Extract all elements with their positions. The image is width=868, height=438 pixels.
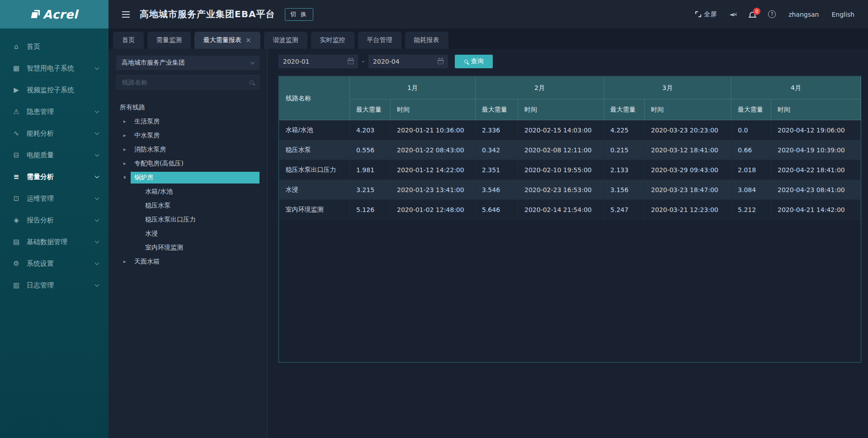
time-header-1: 时间 [518, 99, 604, 120]
sidebar-item-label: 报告分析 [27, 216, 95, 225]
chevron-down-icon [95, 174, 99, 178]
tree-node-0[interactable]: 所有线路 [116, 100, 259, 114]
sidebar-item-11[interactable]: ▥日志管理 [0, 274, 108, 296]
arrow-collapsed-icon[interactable]: ▸ [123, 118, 131, 124]
query-button-label: 查询 [471, 57, 484, 66]
chevron-down-icon [95, 108, 99, 113]
tree-node-label: 水箱/水池 [142, 186, 176, 198]
header-main: 高地城市服务产业集团EBA平台 切 换 全屏 ◄× 0 ? zhangsan E… [108, 0, 868, 28]
tree-node-2[interactable]: ▸中水泵房 [116, 128, 259, 142]
time-header-3: 时间 [771, 99, 861, 120]
video-monitor-icon: ▶ [12, 86, 21, 94]
sidebar: ⌂首页▦智慧用电子系统▶视频监控子系统⚠隐患管理∿能耗分析⊟电能质量≡需量分析⊡… [0, 28, 108, 438]
header-right: 全屏 ◄× 0 ? zhangsan English [695, 10, 854, 19]
sidebar-item-6[interactable]: ≡需量分析 [0, 166, 108, 188]
demand-analysis-icon: ≡ [12, 173, 21, 181]
table-header-row-months: 线路名称1月2月3月4月 [279, 77, 861, 99]
menu-collapse-icon[interactable] [122, 14, 130, 15]
end-month-picker[interactable]: 2020-04 [368, 55, 448, 68]
tab-2[interactable]: 最大需量报表× [194, 32, 260, 49]
sidebar-item-8[interactable]: ◈报告分析 [0, 209, 108, 231]
max-demand-cell-m2: 5.646 [476, 200, 518, 220]
chevron-down-icon [95, 130, 99, 135]
question-icon: ? [768, 10, 776, 18]
tree-node-10[interactable]: 室内环境监测 [116, 240, 259, 254]
tab-label: 能耗报表 [414, 36, 439, 44]
sidebar-item-3[interactable]: ⚠隐患管理 [0, 101, 108, 122]
sidebar-item-5[interactable]: ⊟电能质量 [0, 144, 108, 166]
smart-power-icon: ▦ [12, 64, 21, 72]
search-icon[interactable] [250, 80, 254, 85]
tree-node-5[interactable]: ▾锅炉房 [116, 170, 259, 184]
arrow-collapsed-icon[interactable]: ▸ [123, 132, 131, 138]
table-row-2: 稳压水泵出口压力1.9812020-01-12 14:22:002.351202… [279, 160, 861, 180]
max-demand-cell-m4: 0.66 [731, 140, 771, 160]
language-switch[interactable]: English [831, 11, 854, 18]
max-demand-cell-m1: 1.981 [350, 160, 391, 180]
chevron-down-icon [95, 239, 99, 243]
month-header-1: 2月 [476, 77, 604, 99]
arrow-collapsed-icon[interactable]: ▸ [123, 160, 131, 166]
max-demand-cell-m2: 2.336 [476, 120, 518, 140]
tab-label: 实时监控 [320, 36, 345, 44]
username[interactable]: zhangsan [788, 11, 819, 18]
tab-3[interactable]: 谐波监测 [264, 32, 307, 49]
max-demand-cell-m4: 3.084 [731, 180, 771, 200]
search-icon [464, 60, 468, 63]
tree-node-8[interactable]: 稳压水泵出口压力 [116, 212, 259, 226]
tree-node-6[interactable]: 水箱/水池 [116, 184, 259, 198]
tab-5[interactable]: 平台管理 [358, 32, 401, 49]
tree-node-4[interactable]: ▸专配电房(高低压) [116, 156, 259, 170]
time-cell-m1: 2020-01-02 12:48:00 [391, 200, 476, 220]
line-tree-panel: 高地城市服务产业集团 所有线路▸生活泵房▸中水泵房▸消防水泵房▸专配电房(高低压… [108, 49, 268, 438]
sidebar-item-4[interactable]: ∿能耗分析 [0, 122, 108, 144]
tree-node-11[interactable]: ▸天面水箱 [116, 254, 259, 268]
hazard-icon: ⚠ [12, 108, 21, 116]
sidebar-item-10[interactable]: ⚙系统设置 [0, 253, 108, 274]
sidebar-item-label: 能耗分析 [27, 129, 95, 138]
sidebar-item-9[interactable]: ▤基础数据管理 [0, 231, 108, 253]
help-button[interactable]: ? [768, 10, 776, 18]
report-icon: ◈ [12, 216, 21, 224]
max-demand-cell-m1: 5.126 [350, 200, 391, 220]
arrow-collapsed-icon[interactable]: ▸ [123, 259, 131, 264]
tree-node-label: 专配电房(高低压) [131, 158, 187, 170]
tree-node-3[interactable]: ▸消防水泵房 [116, 142, 259, 156]
line-name-cell: 稳压水泵 [279, 140, 350, 160]
tab-6[interactable]: 能耗报表 [405, 32, 448, 49]
notification-button[interactable]: 0 [750, 12, 755, 17]
sidebar-item-label: 智慧用电子系统 [27, 64, 95, 73]
tab-0[interactable]: 首页 [113, 32, 144, 49]
arrow-collapsed-icon[interactable]: ▸ [123, 146, 131, 152]
table-row-3: 水浸3.2152020-01-23 13:41:003.5462020-02-2… [279, 180, 861, 200]
tab-close-icon[interactable]: × [245, 37, 251, 44]
tree-node-1[interactable]: ▸生活泵房 [116, 114, 259, 128]
calendar-icon [348, 59, 354, 64]
query-button[interactable]: 查询 [455, 55, 493, 68]
tree-node-9[interactable]: 水浸 [116, 226, 259, 240]
arrow-expanded-icon[interactable]: ▾ [123, 174, 131, 180]
line-search-input[interactable] [122, 79, 250, 86]
end-month-value: 2020-04 [373, 58, 400, 65]
mute-speaker-icon[interactable]: ◄× [729, 11, 737, 18]
tree-node-label: 室内环境监测 [142, 242, 187, 254]
tab-4[interactable]: 实时监控 [311, 32, 354, 49]
sidebar-item-0[interactable]: ⌂首页 [0, 36, 108, 57]
time-cell-m3: 2020-03-23 20:23:00 [645, 120, 731, 140]
switch-button[interactable]: 切 换 [285, 8, 313, 21]
sidebar-item-2[interactable]: ▶视频监控子系统 [0, 79, 108, 101]
tab-1[interactable]: 需量监测 [147, 32, 191, 49]
sidebar-item-7[interactable]: ⊡运维管理 [0, 188, 108, 209]
fullscreen-button[interactable]: 全屏 [695, 10, 717, 19]
chevron-down-icon [250, 60, 255, 65]
fullscreen-label: 全屏 [704, 10, 717, 19]
start-month-picker[interactable]: 2020-01 [278, 55, 358, 68]
time-cell-m1: 2020-01-23 13:41:00 [391, 180, 476, 200]
month-header-0: 1月 [350, 77, 476, 99]
sidebar-item-label: 运维管理 [27, 194, 95, 203]
org-select[interactable]: 高地城市服务产业集团 [116, 56, 259, 70]
time-cell-m4: 2020-04-21 14:42:00 [771, 200, 861, 220]
max-demand-cell-m3: 3.156 [604, 180, 645, 200]
tree-node-7[interactable]: 稳压水泵 [116, 198, 259, 212]
sidebar-item-1[interactable]: ▦智慧用电子系统 [0, 57, 108, 79]
